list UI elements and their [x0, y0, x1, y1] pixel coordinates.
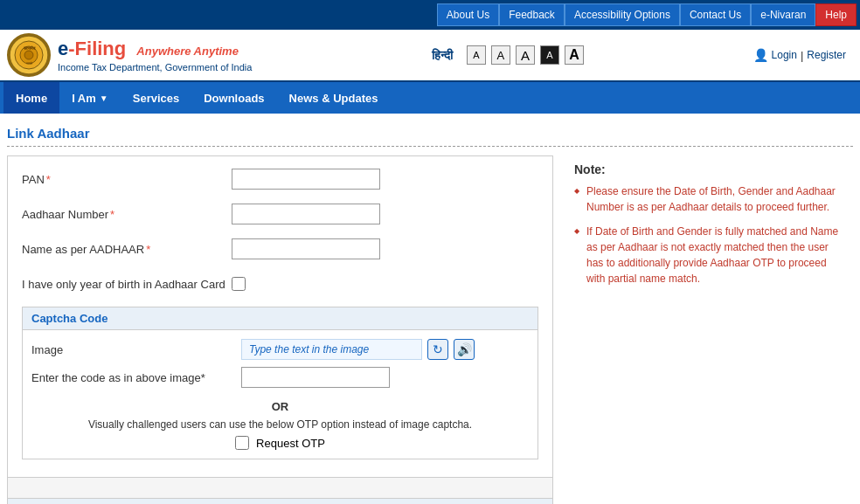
- name-input[interactable]: [232, 238, 380, 259]
- refresh-captcha-icon[interactable]: ↻: [427, 339, 448, 360]
- nav-bar: Home I Am ▼ Services Downloads News & Up…: [0, 82, 860, 114]
- content-layout: PAN* Aadhaar Number* Name as per AADHAAR…: [7, 155, 853, 504]
- font-size-1[interactable]: A: [467, 45, 486, 65]
- login-link[interactable]: Login: [772, 49, 797, 61]
- font-size-2[interactable]: A: [491, 45, 510, 65]
- iam-arrow: ▼: [100, 93, 108, 103]
- note-item-2: If Date of Birth and Gender is fully mat…: [574, 224, 843, 287]
- font-size-4[interactable]: A: [565, 45, 584, 65]
- nav-iam[interactable]: I Am ▼: [59, 82, 121, 114]
- login-area: 👤 Login | Register: [746, 45, 853, 66]
- pan-label: PAN*: [22, 173, 232, 186]
- font-contrast[interactable]: A: [540, 45, 559, 65]
- register-link[interactable]: Register: [807, 49, 846, 61]
- top-bar: About Us Feedback Accessibility Options …: [0, 0, 860, 30]
- main-content: Link Aadhaar PAN* Aadhaar Number*: [0, 114, 860, 504]
- captcha-code-input[interactable]: [241, 367, 390, 388]
- note-title: Note:: [574, 162, 843, 176]
- aadhaar-input[interactable]: [232, 204, 380, 224]
- nav-downloads[interactable]: Downloads: [191, 82, 276, 114]
- yob-row: I have only year of birth in Aadhaar Car…: [22, 272, 538, 296]
- pan-row: PAN*: [22, 167, 538, 191]
- captcha-image-area: Type the text in the image ↻ 🔊: [241, 339, 475, 360]
- or-divider: OR: [31, 395, 529, 418]
- help-button[interactable]: Help: [815, 3, 857, 26]
- font-size-3[interactable]: A: [516, 45, 535, 65]
- bottom-row-2: [8, 498, 552, 504]
- yob-label: I have only year of birth in Aadhaar Car…: [22, 278, 232, 291]
- bottom-row-1: [8, 477, 552, 498]
- captcha-image-row: Image Type the text in the image ↻ 🔊: [31, 339, 529, 360]
- captcha-code-label: Enter the code as in above image*: [31, 371, 241, 384]
- enivaran-button[interactable]: e-Nivaran: [751, 3, 815, 26]
- nav-news[interactable]: News & Updates: [277, 82, 391, 114]
- name-row: Name as per AADHAAR*: [22, 237, 538, 261]
- contact-us-button[interactable]: Contact Us: [680, 3, 751, 26]
- captcha-image-text: Type the text in the image: [241, 339, 422, 360]
- audio-captcha-icon[interactable]: 🔊: [454, 339, 475, 360]
- note-item-1: Please ensure the Date of Birth, Gender …: [574, 183, 843, 215]
- note-panel: Note: Please ensure the Date of Birth, G…: [564, 155, 853, 302]
- logo-emblem: सत्यमेव जयते: [7, 33, 51, 77]
- aadhaar-number-row: Aadhaar Number*: [22, 202, 538, 226]
- form-panel: PAN* Aadhaar Number* Name as per AADHAAR…: [7, 155, 553, 504]
- logo-area: सत्यमेव जयते e-Filing Anywhere Anytime I…: [7, 33, 252, 77]
- about-us-button[interactable]: About Us: [437, 3, 499, 26]
- request-otp-checkbox[interactable]: [235, 436, 249, 450]
- form-inner: PAN* Aadhaar Number* Name as per AADHAAR…: [8, 156, 552, 477]
- pan-input[interactable]: [232, 169, 380, 190]
- name-label: Name as per AADHAAR*: [22, 243, 232, 256]
- svg-text:सत्यमेव: सत्यमेव: [23, 45, 36, 51]
- otp-message: Visually challenged users can use the be…: [31, 418, 529, 431]
- feedback-button[interactable]: Feedback: [499, 3, 565, 26]
- aadhaar-label: Aadhaar Number*: [22, 208, 232, 221]
- svg-text:जयते: जयते: [25, 61, 33, 66]
- hindi-text[interactable]: हिन्दी: [432, 48, 453, 63]
- request-otp-label: Request OTP: [256, 437, 325, 450]
- captcha-title: Captcha Code: [23, 307, 538, 330]
- captcha-body: Image Type the text in the image ↻ 🔊 Ent…: [23, 330, 538, 459]
- captcha-section: Captcha Code Image Type the text in the …: [22, 307, 538, 459]
- note-list: Please ensure the Date of Birth, Gender …: [574, 183, 843, 287]
- header: सत्यमेव जयते e-Filing Anywhere Anytime I…: [0, 30, 860, 82]
- department-label: Income Tax Department, Government of Ind…: [58, 62, 252, 72]
- svg-point-3: [24, 51, 33, 59]
- nav-services[interactable]: Services: [121, 82, 192, 114]
- page-title: Link Aadhaar: [7, 121, 853, 147]
- user-icon: 👤: [753, 48, 768, 62]
- captcha-code-row: Enter the code as in above image*: [31, 367, 529, 388]
- separator: |: [801, 49, 803, 62]
- captcha-image-label: Image: [31, 343, 241, 356]
- efiling-title: e-Filing Anywhere Anytime Income Tax Dep…: [58, 38, 252, 72]
- yob-checkbox[interactable]: [232, 277, 246, 291]
- header-center: हिन्दी A A A A A: [269, 45, 746, 65]
- otp-row: Request OTP: [31, 436, 529, 450]
- nav-home[interactable]: Home: [3, 82, 59, 114]
- accessibility-options-button[interactable]: Accessibility Options: [565, 3, 680, 26]
